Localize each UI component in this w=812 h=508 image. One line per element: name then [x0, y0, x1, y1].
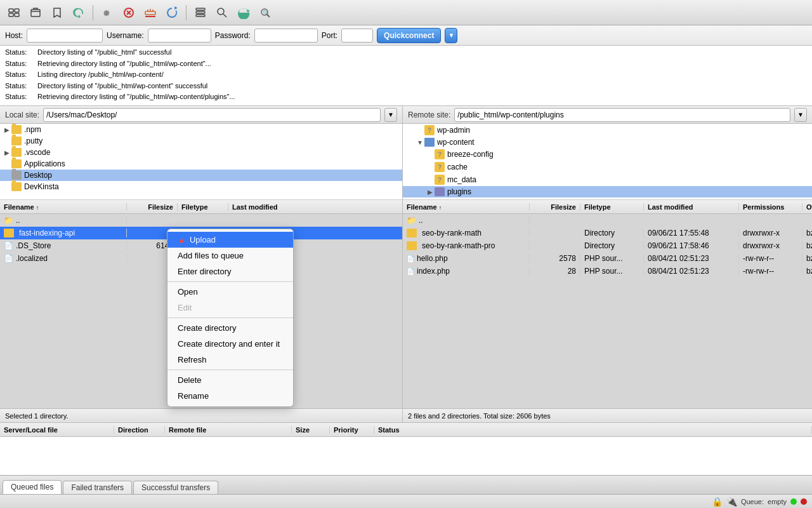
local-tree-item[interactable]: DevKinsta: [0, 181, 402, 192]
username-label: Username:: [107, 31, 144, 40]
context-menu-item-delete[interactable]: Delete: [167, 372, 293, 388]
site-bars: Local site: ▼ Remote site: ▼: [0, 106, 812, 124]
local-status-text: Selected 1 directory.: [5, 412, 68, 420]
local-tree-item[interactable]: ▶.npm: [0, 124, 402, 135]
disconnect-icon[interactable]: [141, 4, 159, 22]
cancel-icon[interactable]: [120, 4, 138, 22]
remote-file-row[interactable]: 📄index.php 28 PHP sour... 08/04/21 02:51…: [403, 265, 812, 277]
queue-value: empty: [768, 498, 787, 505]
context-menu-item-create-directory-and-enter-it[interactable]: Create directory and enter it: [167, 336, 293, 352]
local-tree-item[interactable]: ▶.vscode: [0, 147, 402, 158]
svg-rect-1: [15, 9, 19, 12]
refresh-icon[interactable]: [70, 4, 88, 22]
site-manager-icon[interactable]: [5, 4, 23, 22]
remote-file-row[interactable]: seo-by-rank-math Directory 09/06/21 17:5…: [403, 227, 812, 239]
local-tree-item[interactable]: Desktop: [0, 170, 402, 181]
svg-rect-0: [9, 9, 13, 12]
remote-status-bar: 2 files and 2 directories. Total size: 2…: [403, 408, 812, 422]
remote-tree-item[interactable]: ▼wp-content: [403, 137, 812, 148]
right-panel: ?wp-admin▼wp-content?breeze-config?cache…: [403, 124, 812, 422]
queue-icon[interactable]: [192, 4, 209, 22]
remote-tree-item[interactable]: ?cache: [403, 161, 812, 173]
search-icon[interactable]: [213, 4, 231, 22]
settings-icon[interactable]: [98, 4, 116, 22]
password-input[interactable]: [254, 29, 318, 43]
remote-file-row[interactable]: seo-by-rank-math-pro Directory 09/06/21 …: [403, 239, 812, 252]
context-menu-item-edit: Edit: [167, 300, 293, 316]
transfer-remote-header: Remote file: [165, 426, 292, 434]
bookmark-icon[interactable]: [48, 4, 66, 22]
remote-site-path[interactable]: [454, 108, 790, 122]
local-filesize-header[interactable]: Filesize: [127, 203, 178, 211]
panels: ▶.npm.putty▶.vscodeApplicationsDesktopDe…: [0, 124, 812, 422]
remote-tree-item[interactable]: ?mc_data: [403, 173, 812, 186]
context-menu-item-create-directory[interactable]: Create directory: [167, 320, 293, 336]
quickconnect-button[interactable]: Quickconnect: [377, 28, 441, 43]
queue-tab-failed-transfers[interactable]: Failed transfers: [63, 481, 132, 494]
lock-icon: 🔒: [712, 497, 723, 507]
svg-text:🔍: 🔍: [263, 10, 269, 16]
local-filename-header[interactable]: Filename ↑: [0, 203, 127, 211]
queue-tab-queued-files[interactable]: Queued files: [3, 480, 62, 494]
remote-lastmod-header[interactable]: Last modified: [644, 203, 739, 211]
local-lastmod-header[interactable]: Last modified: [228, 203, 402, 211]
remote-site-dropdown[interactable]: ▼: [794, 108, 807, 122]
remote-file-row[interactable]: 📄hello.php 2578 PHP sour... 08/04/21 02:…: [403, 252, 812, 265]
context-menu-item-open[interactable]: Open: [167, 284, 293, 300]
host-input[interactable]: [27, 29, 103, 43]
svg-rect-10: [196, 8, 205, 10]
remote-filesize-header[interactable]: Filesize: [530, 203, 580, 211]
remote-file-row[interactable]: 📁..: [403, 214, 812, 227]
open-icon[interactable]: [27, 4, 44, 22]
queue-tabs: Queued filesFailed transfersSuccessful t…: [0, 475, 812, 494]
context-menu-separator: [167, 318, 293, 318]
context-menu-item-rename[interactable]: Rename: [167, 388, 293, 404]
password-label: Password:: [215, 31, 251, 40]
username-input[interactable]: [148, 29, 211, 43]
context-menu-item-enter-directory[interactable]: Enter directory: [167, 264, 293, 279]
remote-tree-item[interactable]: ?breeze-config: [403, 148, 812, 161]
port-label: Port:: [322, 31, 337, 40]
remote-file-list-header: Filename ↑ Filesize Filetype Last modifi…: [403, 200, 812, 214]
remote-tree-item[interactable]: ▶plugins: [403, 186, 812, 197]
remote-file-list-container: 📁.. seo-by-rank-math Directory 09/06/21 …: [403, 214, 812, 408]
status-log: Status:Directory listing of "/public_htm…: [0, 46, 812, 106]
connection-bar: Host: Username: Password: Port: Quickcon…: [0, 25, 812, 46]
local-site-path[interactable]: [43, 108, 381, 122]
local-site-dropdown[interactable]: ▼: [384, 108, 397, 122]
status-line: Status:Directory listing of "/public_htm…: [5, 47, 807, 58]
toolbar-separator-1: [93, 5, 93, 20]
local-site-bar: Local site: ▼: [0, 106, 403, 123]
remote-tree-item[interactable]: ?wp-admin: [403, 124, 812, 137]
context-menu-item-add-files-to-queue[interactable]: Add files to queue: [167, 248, 293, 264]
transfer-rows: [0, 437, 812, 475]
queue-label: Queue:: [741, 498, 764, 505]
remote-perms-header[interactable]: Permissions: [739, 203, 802, 211]
sync-icon[interactable]: [235, 4, 252, 22]
context-menu: ▲UploadAdd files to queueEnter directory…: [167, 229, 294, 407]
find-icon[interactable]: 🔍: [256, 4, 274, 22]
remote-site-label: Remote site:: [408, 110, 450, 119]
remote-owner-header[interactable]: Owner: [802, 203, 812, 211]
remote-tree: ?wp-admin▼wp-content?breeze-config?cache…: [403, 124, 812, 200]
toolbar-separator-2: [186, 5, 187, 20]
context-menu-item-refresh[interactable]: Refresh: [167, 352, 293, 368]
local-tree-item[interactable]: .putty: [0, 135, 402, 147]
transfer-header: Server/Local file Direction Remote file …: [0, 423, 812, 437]
remote-status-text: 2 files and 2 directories. Total size: 2…: [408, 412, 551, 420]
svg-line-14: [223, 14, 226, 17]
port-input[interactable]: [341, 29, 373, 43]
transfer-priority-header: Priority: [330, 426, 374, 434]
transfer-area: Server/Local file Direction Remote file …: [0, 422, 812, 475]
remote-filename-header[interactable]: Filename ↑: [403, 203, 530, 211]
local-tree-item[interactable]: Applications: [0, 158, 402, 170]
remote-filetype-header[interactable]: Filetype: [580, 203, 644, 211]
local-file-row[interactable]: 📁..: [0, 214, 402, 227]
svg-rect-11: [196, 11, 205, 13]
svg-point-13: [218, 8, 224, 15]
reconnect-icon[interactable]: [163, 4, 181, 22]
context-menu-item-upload[interactable]: ▲Upload: [167, 232, 293, 248]
quickconnect-dropdown[interactable]: ▼: [445, 28, 457, 43]
local-filetype-header[interactable]: Filetype: [178, 203, 228, 211]
queue-tab-successful-transfers[interactable]: Successful transfers: [133, 481, 218, 494]
